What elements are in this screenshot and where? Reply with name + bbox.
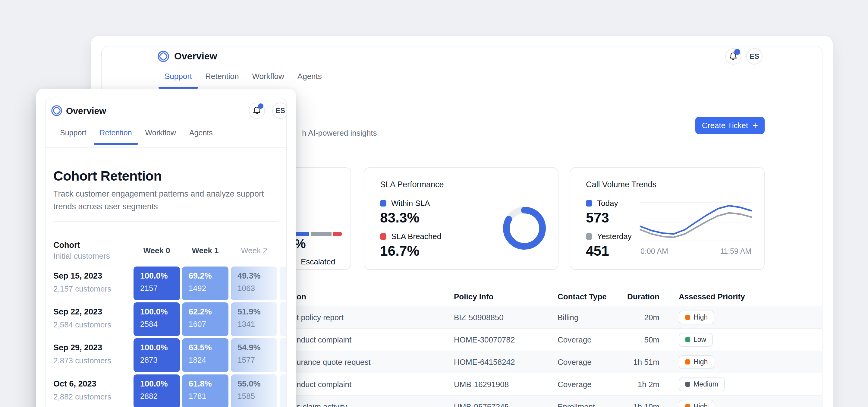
today-value: 573 [586,210,609,226]
desktop: Overview ES Support Retention Workflow A… [0,0,868,407]
sla-card-title: SLA Performance [380,180,444,189]
priority-badge: High [679,355,714,369]
cohort-cell: 100.0%2882 [133,374,180,407]
avatar[interactable]: ES [746,48,763,64]
notifications-button[interactable] [249,102,265,119]
app-title: Overview [174,51,217,62]
app-logo-icon [51,105,62,118]
cohort-cell: 61.8%1781 [182,374,228,407]
escalated-legend-label: Escalated [301,257,335,267]
call-volume-chart [641,194,751,247]
priority-badge: Low [679,333,713,347]
priority-badge: High [679,400,714,407]
cohort-row-label: Sep 15, 2023 2,157 customers [53,271,111,294]
cohort-row-label: Sep 22, 2023 2,584 customers [53,307,111,330]
week-1-header: Week 1 [182,246,228,255]
week-2-header: Week 2 [231,246,277,255]
avatar-initials: ES [749,52,759,61]
avatar-initials: ES [276,106,285,115]
priority-dot [685,315,690,320]
priority-dot [685,359,690,365]
week-0-header: Week 0 [133,246,180,255]
priority-dot [685,382,690,387]
col-duration: Duration [614,292,659,302]
cohort-cell: 69.2%1492 [182,267,228,300]
cohort-cell: 49.3%1063 [231,267,277,300]
cohort-row-label: Sep 29, 2023 2,873 customers [53,343,111,366]
tab-agents[interactable]: Agents [183,128,219,144]
cohort-cell-clipped [280,338,287,372]
notifications-button[interactable] [725,48,741,64]
app-logo-icon [157,50,169,64]
app-title: Overview [66,106,106,116]
col-assessed-priority: Assessed Priority [679,292,745,302]
cohort-col-header: Cohort [53,241,80,250]
yesterday-legend: Yesterday [586,232,632,241]
cohort-cell-clipped [280,374,287,407]
within-sla-swatch [380,200,386,207]
cohort-cell: 54.9%1577 [231,338,277,372]
priority-dot [685,404,690,407]
within-sla-value: 83.3% [380,210,419,226]
plus-icon: + [752,121,758,130]
tab-support[interactable]: Support [158,72,198,88]
tab-agents[interactable]: Agents [291,72,328,88]
cohort-cell: 55.0%1585 [231,374,277,407]
front-tab-bar: Support Retention Workflow Agents [54,128,219,144]
page-title: Cohort Retention [53,168,161,184]
cohort-cell: 100.0%2584 [133,302,180,336]
cohort-row-label: Oct 6, 2023 2,882 customers [53,379,111,402]
yesterday-swatch [586,233,592,240]
today-swatch [586,200,592,207]
cohort-cell: 100.0%2873 [133,338,180,372]
sla-breached-value: 16.7% [380,243,419,259]
escalation-legend: Escalated [290,257,335,267]
x-axis-start: 0:00 AM [641,247,668,256]
x-axis-end: 11:59 AM [709,247,751,256]
front-window: Overview ES Support Retention Workflow A… [36,89,296,407]
within-sla-legend: Within SLA [380,199,430,208]
priority-badge: High [679,311,714,324]
create-ticket-button[interactable]: Create Ticket + [695,117,765,134]
tab-workflow[interactable]: Workflow [246,72,290,88]
avatar[interactable]: ES [272,102,287,119]
bar-segment [333,232,342,236]
priority-badge: Medium [679,377,725,391]
bar-segment [311,232,332,236]
front-window-panel: Overview ES Support Retention Workflow A… [45,98,287,407]
page-description: Track customer engagement patterns and a… [53,188,270,213]
today-line [641,206,751,234]
today-legend: Today [586,199,618,208]
sla-performance-card: SLA Performance Within SLA 83.3% SLA Bre… [364,167,558,270]
tab-retention[interactable]: Retention [199,72,245,88]
cohort-col-subheader: Initial customers [53,251,110,261]
tab-workflow[interactable]: Workflow [139,128,182,144]
back-tab-bar: Support Retention Workflow Agents [158,72,328,88]
tab-support[interactable]: Support [54,128,93,144]
cohort-cell-clipped [280,302,287,336]
sla-breached-swatch [380,233,386,240]
col-description: on [297,292,306,302]
yesterday-line [641,213,751,237]
sla-breached-legend: SLA Breached [380,232,441,241]
notification-dot [734,49,740,55]
call-card-title: Call Volume Trends [586,180,656,189]
sla-donut-chart [500,204,549,253]
yesterday-value: 451 [586,243,609,259]
cohort-cell: 100.0%2157 [133,267,180,300]
priority-dot [685,337,690,342]
cohort-cell: 51.9%1341 [231,302,277,336]
section-divider [53,221,278,222]
cohort-cell-clipped [280,267,287,300]
col-policy-info: Policy Info [454,292,493,302]
page-subtitle: h AI-powered insights [302,128,377,138]
notification-dot [258,103,264,109]
col-contact-type: Contact Type [558,292,607,302]
cohort-cell: 63.5%1824 [182,338,228,372]
call-volume-card: Call Volume Trends Today 573 Yesterday 4… [569,167,765,270]
tab-retention[interactable]: Retention [94,128,138,144]
cohort-cell: 62.2%1607 [182,302,228,336]
